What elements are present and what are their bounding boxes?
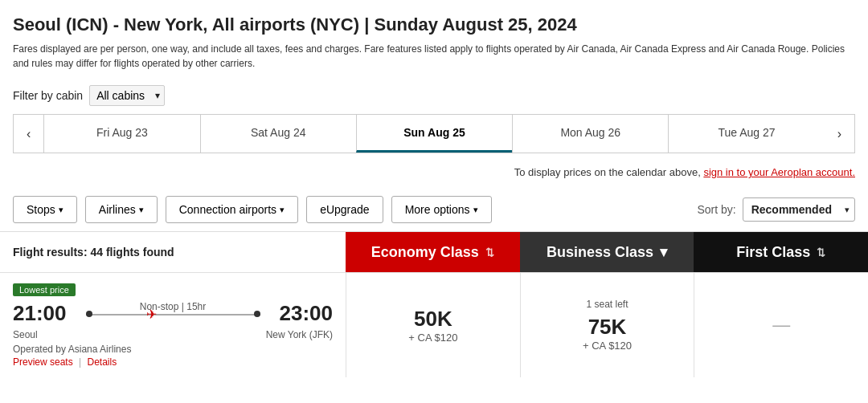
business-points: 75K xyxy=(588,315,627,340)
first-price-dash: — xyxy=(772,315,790,336)
sort-label: Sort by: xyxy=(697,203,735,216)
origin-city: Seoul xyxy=(13,329,38,340)
connection-airports-filter-label: Connection airports xyxy=(179,203,276,216)
economy-cash: + CA $120 xyxy=(408,332,457,344)
date-tab-sat[interactable]: Sat Aug 24 xyxy=(200,115,356,153)
date-tab-fri[interactable]: Fri Aug 23 xyxy=(43,115,199,153)
airlines-filter-btn[interactable]: Airlines ▾ xyxy=(85,196,158,223)
filter-cabin-select[interactable]: All cabins Economy Business First xyxy=(89,85,165,106)
connection-airports-filter-arrow: ▾ xyxy=(280,205,285,215)
eupgrade-filter-label: eUpgrade xyxy=(320,203,370,216)
preview-seats-link[interactable]: Preview seats xyxy=(13,356,73,368)
economy-class-tab[interactable]: Economy Class ⇅ xyxy=(346,232,520,272)
economy-class-label: Economy Class xyxy=(371,244,479,261)
date-nav: ‹ Fri Aug 23 Sat Aug 24 Sun Aug 25 Mon A… xyxy=(13,114,855,153)
flight-results-label: Flight results: xyxy=(13,246,88,258)
business-class-arrow: ▾ xyxy=(660,243,667,261)
sort-select[interactable]: Recommended xyxy=(743,197,855,222)
page-title: Seoul (ICN) - New York, All airports (NY… xyxy=(13,14,855,35)
more-options-filter-label: More options xyxy=(405,203,470,216)
next-date-arrow[interactable]: › xyxy=(825,115,854,153)
destination-city: New York (JFK) xyxy=(266,329,333,340)
airlines-filter-label: Airlines xyxy=(99,203,136,216)
filter-cabin-select-wrap[interactable]: All cabins Economy Business First xyxy=(89,85,165,106)
flight-actions: Preview seats | Details xyxy=(13,356,333,368)
eupgrade-filter-btn[interactable]: eUpgrade xyxy=(306,196,383,223)
economy-points: 50K xyxy=(414,307,452,332)
flight-times: 21:00 Non-stop | 15hr ✈ 23:00 xyxy=(13,301,333,326)
stops-filter-btn[interactable]: Stops ▾ xyxy=(13,196,77,223)
lowest-price-badge: Lowest price xyxy=(13,283,76,296)
business-price-cell[interactable]: 1 seat left 75K + CA $120 xyxy=(520,273,694,377)
action-separator: | xyxy=(79,356,81,368)
flights-found-count: 44 flights found xyxy=(90,246,174,258)
date-tab-sun[interactable]: Sun Aug 25 xyxy=(356,115,512,153)
filter-cabin-label: Filter by cabin xyxy=(13,89,83,102)
flight-airline: Operated by Asiana Airlines xyxy=(13,344,333,355)
business-class-tab[interactable]: Business Class ▾ xyxy=(520,232,694,272)
results-label: Flight results: 44 flights found xyxy=(0,232,346,272)
economy-price-cell[interactable]: 50K + CA $120 xyxy=(346,273,520,377)
aeroplan-notice: To display prices on the calendar above,… xyxy=(0,163,868,188)
connection-airports-filter-btn[interactable]: Connection airports ▾ xyxy=(166,196,298,223)
depart-time: 21:00 xyxy=(13,301,67,326)
first-class-tab[interactable]: First Class ⇅ xyxy=(694,232,868,272)
business-seat-notice: 1 seat left xyxy=(586,299,628,310)
page-subtitle: Fares displayed are per person, one way,… xyxy=(13,42,855,71)
sort-value: Recommended xyxy=(751,203,832,216)
airlines-filter-arrow: ▾ xyxy=(139,205,144,215)
stops-filter-arrow: ▾ xyxy=(59,205,63,215)
flight-row: Lowest price 21:00 Non-stop | 15hr ✈ 23:… xyxy=(0,272,868,377)
details-link[interactable]: Details xyxy=(88,356,117,368)
first-price-cell[interactable]: — xyxy=(694,273,868,377)
stops-filter-label: Stops xyxy=(27,203,55,216)
first-class-label: First Class xyxy=(736,244,810,261)
aeroplan-notice-text: To display prices on the calendar above, xyxy=(514,166,701,178)
first-sort-icon: ⇅ xyxy=(817,246,825,258)
flight-info: Lowest price 21:00 Non-stop | 15hr ✈ 23:… xyxy=(0,273,346,377)
prev-date-arrow[interactable]: ‹ xyxy=(14,115,43,153)
plane-icon: ✈ xyxy=(146,307,157,322)
business-class-label: Business Class xyxy=(547,244,653,261)
flight-cities: Seoul New York (JFK) xyxy=(13,329,333,340)
more-options-filter-btn[interactable]: More options ▾ xyxy=(391,196,492,223)
top-section: Seoul (ICN) - New York, All airports (NY… xyxy=(0,0,868,77)
aeroplan-sign-in-link[interactable]: sign in to your Aeroplan account. xyxy=(703,166,855,178)
date-tab-tue[interactable]: Tue Aug 27 xyxy=(668,115,824,153)
economy-sort-icon: ⇅ xyxy=(485,246,494,258)
date-tab-mon[interactable]: Mon Aug 26 xyxy=(512,115,668,153)
business-cash: + CA $120 xyxy=(583,340,632,352)
results-header: Flight results: 44 flights found Economy… xyxy=(0,231,868,272)
more-options-filter-arrow: ▾ xyxy=(473,205,478,215)
filter-row: Filter by cabin All cabins Economy Busin… xyxy=(0,77,868,114)
filter-buttons-row: Stops ▾ Airlines ▾ Connection airports ▾… xyxy=(0,188,868,231)
sort-area: Sort by: Recommended xyxy=(697,197,855,222)
arrive-time: 23:00 xyxy=(280,301,334,326)
